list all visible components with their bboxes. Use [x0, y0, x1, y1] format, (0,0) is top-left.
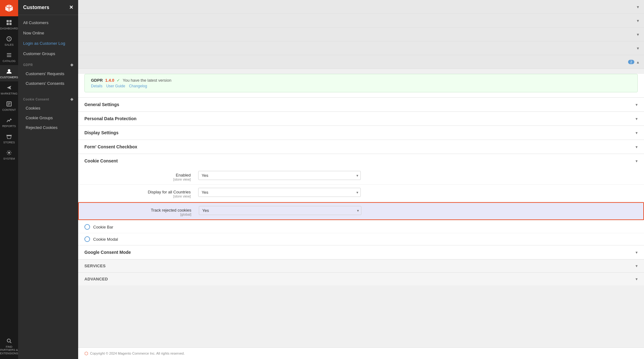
check-icon: ✓ — [117, 78, 120, 83]
collapsed-bar-2[interactable]: ▾ — [78, 14, 644, 28]
sidebar-item-customers-requests[interactable]: Customers' Requests — [18, 69, 78, 79]
sidebar-close-button[interactable]: ✕ — [69, 4, 73, 10]
footer: ⬡ Copyright © 2024 Magento Commerce Inc.… — [78, 347, 644, 359]
nav-item-reports[interactable]: REPORTS — [0, 114, 18, 130]
chevron-down-icon-3: ▾ — [637, 32, 639, 37]
gdpr-link-userguide[interactable]: User Guide — [106, 84, 125, 88]
cookie-consent-title: Cookie Consent — [84, 158, 118, 163]
cookie-consent-chevron: ▾ — [636, 159, 638, 163]
nav-item-find[interactable]: FIND PARTNERS & EXTENSIONS — [0, 335, 18, 359]
cookie-bar-label: Cookie Bar — [93, 225, 113, 229]
enabled-row: Enabled [store view] Yes No ▾ — [78, 168, 644, 185]
enabled-control-col: Yes No ▾ — [197, 171, 638, 180]
general-settings-section: General Settings ▾ — [78, 97, 644, 111]
content-area: ▾ ▾ ▾ ▾ 2 ▴ GDPR 1.4.0 ✓ — [78, 0, 644, 347]
form-consent-title: Form' Consent Checkbox — [84, 144, 137, 149]
gdpr-link-details[interactable]: Details — [91, 84, 103, 88]
advanced-section-title: ADVANCED — [84, 277, 108, 281]
sidebar-item-cookie-groups[interactable]: Cookie Groups — [18, 113, 78, 123]
top-bars: ▾ ▾ ▾ ▾ 2 ▴ — [78, 0, 644, 69]
nav-item-system[interactable]: SYSTEM — [0, 146, 18, 163]
cookie-bar-circle-icon — [84, 224, 90, 230]
track-rejected-control-col: Yes No ▾ — [198, 206, 637, 215]
icon-nav: DASHBOARD SALES CATALOG CUSTOMERS MARKET… — [0, 0, 18, 359]
cookie-modal-subsection[interactable]: Cookie Modal — [78, 233, 644, 245]
sidebar-item-rejected-cookies[interactable]: Rejected Cookies — [18, 123, 78, 132]
footer-text: Copyright © 2024 Magento Commerce Inc. A… — [90, 351, 185, 355]
sidebar-item-now-online[interactable]: Now Online — [18, 28, 78, 38]
sidebar-item-all-customers[interactable]: All Customers — [18, 18, 78, 28]
cookie-bar-subsection[interactable]: Cookie Bar — [78, 221, 644, 233]
svg-rect-2 — [7, 23, 9, 25]
display-countries-label: Display for all Countries — [148, 190, 191, 194]
sidebar-item-login-as-customer[interactable]: Login as Customer Log — [18, 38, 78, 49]
google-consent-header[interactable]: Google Consent Mode ▾ — [78, 245, 644, 259]
gdpr-diamond-icon: ◆ — [70, 63, 73, 67]
enabled-sublabel: [store view] — [78, 177, 191, 181]
svg-point-8 — [7, 339, 10, 342]
cookie-consent-header[interactable]: Cookie Consent ▾ — [78, 154, 644, 168]
sidebar-item-customer-groups[interactable]: Customer Groups — [18, 49, 78, 59]
chevron-up-icon-5: ▴ — [637, 59, 639, 64]
display-settings-header[interactable]: Display Settings ▾ — [78, 126, 644, 140]
google-consent-title: Google Consent Mode — [84, 250, 131, 255]
google-consent-chevron: ▾ — [636, 250, 638, 255]
svg-point-5 — [8, 69, 10, 72]
collapsed-bar-5[interactable]: 2 ▴ — [78, 55, 644, 69]
general-settings-header[interactable]: General Settings ▾ — [78, 98, 644, 111]
cookie-consent-section: Cookie Consent ▾ Enabled [store view] Ye… — [78, 154, 644, 245]
display-countries-select-wrapper: Yes No ▾ — [198, 188, 361, 197]
track-rejected-select[interactable]: Yes No — [199, 206, 361, 215]
cookie-modal-label: Cookie Modal — [93, 237, 118, 242]
nav-item-stores[interactable]: STORES — [0, 130, 18, 146]
display-countries-select[interactable]: Yes No — [198, 188, 361, 197]
display-settings-chevron: ▾ — [636, 131, 638, 135]
chevron-down-icon-1: ▾ — [637, 4, 639, 9]
sidebar-section-cookie-consent: Cookie Consent ◆ — [18, 93, 78, 103]
sidebar-item-cookies[interactable]: Cookies — [18, 103, 78, 113]
track-rejected-label-col: Track rejected cookies [global] — [79, 206, 198, 216]
nav-item-marketing[interactable]: MARKETING — [0, 81, 18, 98]
gdpr-banner-title: GDPR 1.4.0 ✓ You have the latest version — [91, 78, 631, 83]
enabled-label-col: Enabled [store view] — [78, 171, 197, 181]
nav-item-content[interactable]: CONTENT — [0, 98, 18, 114]
main-content: ▾ ▾ ▾ ▾ 2 ▴ GDPR 1.4.0 ✓ — [78, 0, 644, 359]
advanced-section-header[interactable]: ADVANCED ▾ — [78, 273, 644, 285]
track-rejected-label: Track rejected cookies — [151, 208, 191, 213]
advanced-chevron-icon: ▾ — [636, 277, 638, 281]
services-chevron-icon: ▾ — [636, 264, 638, 268]
gdpr-link-changelog[interactable]: Changelog — [129, 84, 147, 88]
cookie-modal-circle-icon — [84, 236, 90, 242]
gdpr-links: Details User Guide Changelog — [91, 84, 631, 88]
footer-logo-icon: ⬡ — [84, 351, 88, 356]
gdpr-verified-text: You have the latest version — [123, 78, 171, 83]
sidebar: Customers ✕ All Customers Now Online Log… — [18, 0, 78, 359]
chevron-down-icon-4: ▾ — [637, 46, 639, 51]
track-rejected-sublabel: [global] — [79, 213, 191, 216]
nav-item-dashboard[interactable]: DASHBOARD — [0, 16, 18, 33]
sidebar-title: Customers — [23, 5, 49, 10]
personal-data-title: Personal Data Protection — [84, 116, 137, 121]
form-consent-header[interactable]: Form' Consent Checkbox ▾ — [78, 140, 644, 154]
general-settings-title: General Settings — [84, 102, 119, 107]
sidebar-section-gdpr: GDPR ◆ — [18, 59, 78, 69]
sidebar-item-customers-consents[interactable]: Customers' Consents — [18, 79, 78, 88]
services-section-header[interactable]: SERVICES ▾ — [78, 259, 644, 272]
collapsed-bar-4[interactable]: ▾ — [78, 41, 644, 55]
enabled-select[interactable]: Yes No — [198, 171, 361, 180]
display-countries-row: Display for all Countries [store view] Y… — [78, 185, 644, 202]
display-settings-section: Display Settings ▾ — [78, 126, 644, 140]
svg-point-7 — [8, 152, 10, 154]
display-countries-sublabel: [store view] — [78, 194, 191, 198]
nav-item-catalog[interactable]: CATALOG — [0, 49, 18, 65]
enabled-label: Enabled — [176, 173, 191, 177]
form-consent-section: Form' Consent Checkbox ▾ — [78, 140, 644, 154]
form-consent-chevron: ▾ — [636, 145, 638, 149]
nav-item-sales[interactable]: SALES — [0, 33, 18, 49]
personal-data-header[interactable]: Personal Data Protection ▾ — [78, 112, 644, 126]
nav-item-customers[interactable]: CUSTOMERS — [0, 65, 18, 81]
collapsed-bar-3[interactable]: ▾ — [78, 28, 644, 41]
collapsed-bar-1[interactable]: ▾ — [78, 0, 644, 14]
magento-logo[interactable] — [0, 0, 18, 16]
track-rejected-select-wrapper: Yes No ▾ — [199, 206, 361, 215]
